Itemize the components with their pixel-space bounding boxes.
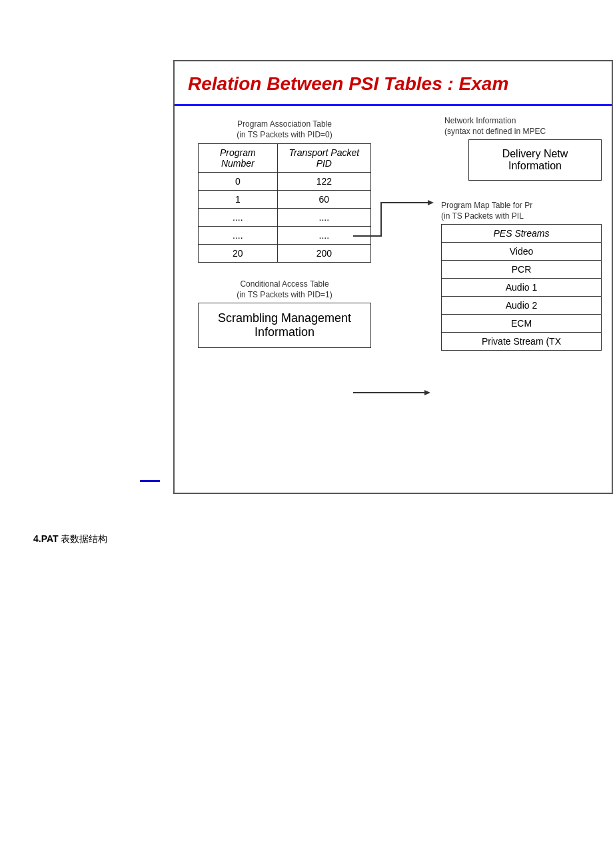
pmt-row-private: Private Stream (TX [442,333,602,351]
nit-label2: (syntax not defined in MPEC [441,127,608,136]
pat-row4-prog: .... [199,227,278,245]
pmt-row-ecm: ECM [442,315,602,333]
pat-table: Program Number Transport Packet PID 0 12… [198,143,371,263]
nit-label1: Network Information [441,116,608,125]
pmt-pcr: PCR [442,261,602,279]
nit-section: Network Information (syntax not defined … [441,116,608,181]
cat-line2: Information [209,325,360,339]
pmt-audio2: Audio 2 [442,297,602,315]
pat-row5-pid: 200 [277,245,370,263]
page-indicator [140,480,160,482]
bottom-note: 4.PAT 表数据结构 [33,533,108,545]
bottom-note-text: 表数据结构 [59,533,108,544]
nit-box: Delivery Netw Information [468,139,602,181]
pmt-pes-streams: PES Streams [442,225,602,243]
pat-row1-pid: 122 [277,173,370,191]
pat-row3-pid: .... [277,209,370,227]
pat-row-2: 1 60 [199,191,371,209]
page-container: Relation Between PSI Tables : Exam Progr… [0,0,613,868]
pat-row1-prog: 0 [199,173,278,191]
pat-row-5: 20 200 [199,245,371,263]
cat-label1: Conditional Access Table [188,279,381,289]
pmt-audio1: Audio 1 [442,279,602,297]
pat-label2: (in TS Packets with PID=0) [188,130,381,139]
pat-row5-prog: 20 [199,245,278,263]
pat-row-4: .... .... [199,227,371,245]
pmt-row-pes: PES Streams [442,225,602,243]
pat-row2-prog: 1 [199,191,278,209]
pmt-row-audio2: Audio 2 [442,297,602,315]
nit-line1: Delivery Netw [476,148,594,160]
pmt-video: Video [442,243,602,261]
right-column: Network Information (syntax not defined … [388,113,612,486]
pmt-private: Private Stream (TX [442,333,602,351]
nit-line2: Information [476,160,594,172]
pat-col1-header: Program Number [199,144,278,173]
pat-row-1: 0 122 [199,173,371,191]
content-area: Program Association Table (in TS Packets… [175,106,612,493]
cat-box: Scrambling Management Information [198,303,371,348]
cat-label2: (in TS Packets with PID=1) [188,290,381,299]
cat-line1: Scrambling Management [209,311,360,325]
title-bar: Relation Between PSI Tables : Exam [175,61,612,106]
pmt-label1: Program Map Table for Pr [441,201,608,210]
cat-section: Conditional Access Table (in TS Packets … [188,279,381,348]
pat-row3-prog: .... [199,209,278,227]
pmt-row-pcr: PCR [442,261,602,279]
page-title: Relation Between PSI Tables : Exam [188,73,508,94]
main-diagram-box: Relation Between PSI Tables : Exam Progr… [173,60,613,494]
pmt-row-video: Video [442,243,602,261]
left-column: Program Association Table (in TS Packets… [175,113,388,486]
bottom-note-bold: 4.PAT [33,533,59,544]
pat-row4-pid: .... [277,227,370,245]
pmt-row-audio1: Audio 1 [442,279,602,297]
pat-col2-header: Transport Packet PID [277,144,370,173]
pmt-table: PES Streams Video PCR Audio 1 [441,224,602,351]
pmt-section: Program Map Table for Pr (in TS Packets … [441,201,608,351]
pat-row2-pid: 60 [277,191,370,209]
pmt-label2: (in TS Packets with PIL [441,211,608,221]
pat-row-3: .... .... [199,209,371,227]
pat-label1: Program Association Table [188,119,381,129]
pmt-ecm: ECM [442,315,602,333]
